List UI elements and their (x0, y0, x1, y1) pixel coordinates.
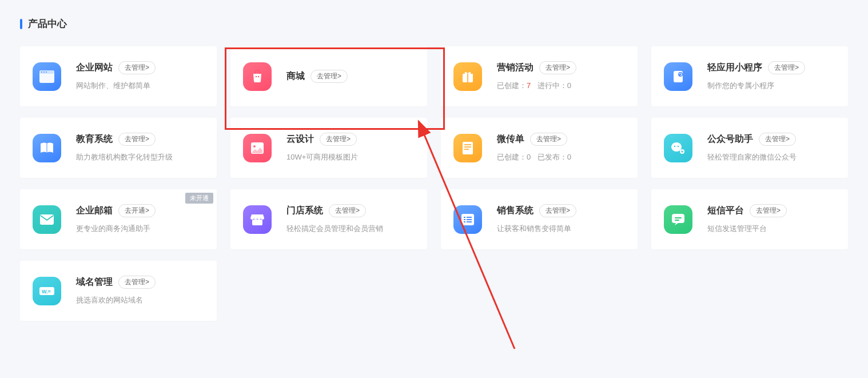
page-icon (453, 134, 482, 162)
manage-button[interactable]: 去管理> (759, 133, 796, 146)
card-title: 云设计 (286, 133, 314, 145)
product-center-section: 产品中心 企业网站 去管理> 网站制作、维护都简单 商城 (0, 0, 868, 338)
manage-button[interactable]: 去管理> (118, 276, 156, 289)
svg-rect-16 (464, 144, 471, 145)
card-desc: 挑选喜欢的网站域名 (76, 295, 204, 306)
svg-point-6 (258, 75, 259, 77)
manage-button[interactable]: 去管理> (329, 204, 366, 217)
card-desc: 制作您的专属小程序 (707, 80, 835, 91)
svg-point-20 (674, 145, 675, 146)
card-desc: 轻松搞定会员管理和会员营销 (286, 223, 415, 234)
section-accent-bar (20, 19, 22, 29)
product-grid: 企业网站 去管理> 网站制作、维护都简单 商城 去管理> (20, 46, 848, 321)
svg-rect-24 (252, 220, 262, 225)
card-desc: 已创建：7 进行中：0 (497, 80, 625, 91)
image-icon (243, 134, 272, 162)
svg-rect-34 (675, 220, 679, 221)
svg-rect-28 (464, 219, 465, 220)
domain-icon: W.= (33, 277, 61, 305)
card-wechat-helper[interactable]: 公众号助手 去管理> 轻松管理自家的微信公众号 (651, 118, 848, 178)
wechat-icon (664, 134, 692, 162)
manage-button[interactable]: 去管理> (750, 204, 787, 217)
card-education[interactable]: 教育系统 去管理> 助力教培机构数字化转型升级 (20, 118, 217, 178)
svg-rect-30 (464, 221, 465, 222)
book-icon (33, 134, 61, 162)
manage-button[interactable]: 去管理> (118, 133, 156, 146)
card-desc: 10W+可商用模板图片 (286, 152, 415, 163)
svg-point-5 (256, 75, 257, 77)
svg-text:W.=: W.= (42, 289, 51, 295)
card-desc: 助力教培机构数字化转型升级 (76, 152, 204, 163)
card-email[interactable]: 未开通 企业邮箱 去开通> 更专业的商务沟通助手 (20, 189, 217, 249)
svg-point-4 (46, 71, 47, 73)
section-header: 产品中心 (20, 17, 848, 30)
card-title: 公众号助手 (707, 133, 753, 145)
card-title: 企业网站 (76, 62, 113, 74)
card-desc: 轻松管理自家的微信公众号 (707, 152, 835, 163)
card-marketing[interactable]: 营销活动 去管理> 已创建：7 进行中：0 (441, 46, 638, 106)
published-count: 0 (567, 153, 571, 161)
svg-rect-33 (675, 217, 682, 218)
card-title: 短信平台 (707, 205, 744, 217)
open-button[interactable]: 去开通> (118, 204, 156, 217)
card-title: 域名管理 (76, 276, 113, 288)
card-title: 营销活动 (497, 62, 533, 74)
card-store[interactable]: 门店系统 去管理> 轻松搞定会员管理和会员营销 (230, 189, 427, 249)
card-desc: 让获客和销售变得简单 (497, 223, 625, 234)
svg-rect-15 (463, 142, 473, 154)
card-desc: 已创建：0 已发布：0 (497, 152, 625, 163)
manage-button[interactable]: 去管理> (539, 61, 576, 74)
shopping-bag-icon (243, 62, 272, 91)
svg-rect-9 (467, 74, 468, 82)
manage-button[interactable]: 去管理> (768, 61, 805, 74)
card-title: 轻应用小程序 (707, 62, 762, 74)
not-open-badge: 未开通 (185, 193, 213, 204)
created-count: 7 (527, 81, 531, 90)
card-sms[interactable]: 短信平台 去管理> 短信发送管理平台 (651, 189, 848, 249)
inprogress-label: 进行中： (537, 81, 567, 90)
card-desc: 短信发送管理平台 (707, 223, 835, 234)
published-label: 已发布： (537, 153, 567, 161)
created-label: 已创建： (497, 153, 527, 161)
chat-icon (664, 205, 692, 234)
svg-rect-18 (464, 149, 469, 150)
card-mall[interactable]: 商城 去管理> (230, 46, 427, 106)
manage-button[interactable]: 去管理> (530, 133, 567, 146)
svg-point-11 (678, 72, 683, 77)
svg-point-2 (41, 71, 42, 73)
card-desc: 网站制作、维护都简单 (76, 80, 204, 91)
svg-rect-26 (464, 217, 465, 218)
card-enterprise-site[interactable]: 企业网站 去管理> 网站制作、维护都简单 (20, 46, 217, 106)
gift-icon (453, 62, 482, 91)
svg-point-19 (671, 142, 682, 152)
manage-button[interactable]: 去管理> (310, 70, 348, 83)
window-icon (33, 62, 61, 91)
created-label: 已创建： (497, 81, 527, 90)
mail-icon (33, 205, 61, 234)
card-domain[interactable]: W.= 域名管理 去管理> 挑选喜欢的网站域名 (20, 261, 217, 321)
card-title: 商城 (286, 70, 305, 82)
svg-point-21 (678, 145, 679, 146)
svg-rect-31 (467, 221, 472, 222)
inprogress-count: 0 (567, 81, 571, 90)
section-title-text: 产品中心 (28, 17, 67, 30)
card-sales[interactable]: 销售系统 去管理> 让获客和销售变得简单 (441, 189, 638, 249)
card-title: 企业邮箱 (76, 205, 113, 217)
list-icon (453, 205, 482, 234)
miniapp-icon (664, 62, 692, 91)
manage-button[interactable]: 去管理> (118, 61, 156, 74)
svg-rect-29 (467, 219, 472, 220)
svg-point-14 (253, 145, 256, 148)
card-title: 教育系统 (76, 133, 113, 145)
card-cloud-design[interactable]: 云设计 去管理> 10W+可商用模板图片 (230, 118, 427, 178)
card-miniapp[interactable]: 轻应用小程序 去管理> 制作您的专属小程序 (651, 46, 848, 106)
manage-button[interactable]: 去管理> (539, 204, 576, 217)
card-title: 门店系统 (286, 205, 323, 217)
card-flyer[interactable]: 微传单 去管理> 已创建：0 已发布：0 (441, 118, 638, 178)
manage-button[interactable]: 去管理> (320, 133, 357, 146)
store-icon (243, 205, 272, 234)
card-desc: 更专业的商务沟通助手 (76, 223, 204, 234)
svg-rect-17 (464, 146, 471, 148)
svg-rect-27 (467, 217, 472, 218)
card-title: 微传单 (497, 133, 524, 145)
